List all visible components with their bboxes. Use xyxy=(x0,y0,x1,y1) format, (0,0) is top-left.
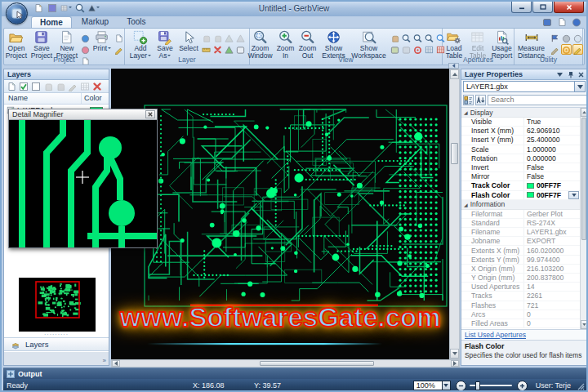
save-icon[interactable] xyxy=(47,3,58,14)
scroll-right-button[interactable] xyxy=(451,360,459,367)
vertical-scroll-thumb[interactable] xyxy=(451,143,458,164)
tab-tools[interactable]: Tools xyxy=(118,16,154,28)
properties-panel-header[interactable]: Layer Properties xyxy=(461,69,587,80)
print-preview-icon[interactable] xyxy=(114,33,124,43)
layers-panel-header[interactable]: Layers xyxy=(4,69,109,80)
movie-export-icon[interactable] xyxy=(541,16,553,27)
property-row-visible[interactable]: VisibleTrue xyxy=(461,118,580,127)
new-project-button[interactable]: New Project xyxy=(55,29,79,59)
search-objects-icon[interactable] xyxy=(561,33,572,43)
magnifier-title-bar[interactable]: Detail Magnifier xyxy=(9,109,157,120)
paint-layer-icon[interactable] xyxy=(201,44,212,55)
add-layer-button[interactable]: Add Layer xyxy=(128,29,153,59)
property-row-invert[interactable]: InvertFalse xyxy=(461,163,580,172)
grid-scrollbar[interactable] xyxy=(580,108,587,329)
layout-icon[interactable] xyxy=(401,44,412,55)
show-extents-button[interactable]: Show Extents xyxy=(319,29,349,59)
property-row-extents-y-mm[interactable]: Extents Y (mm)99.974400 xyxy=(461,256,580,265)
select-button[interactable]: Select xyxy=(177,29,200,52)
help-icon[interactable] xyxy=(571,16,582,27)
redraw-icon[interactable] xyxy=(390,44,400,55)
property-row-scale[interactable]: Scale1.000000 xyxy=(461,145,580,154)
close-button[interactable] xyxy=(554,2,584,13)
property-row-insert-y-mm[interactable]: Insert Y (mm)25.400000 xyxy=(461,136,580,145)
usage-report-button[interactable]: Usage Report xyxy=(490,29,514,59)
layer-selector-combo[interactable]: LAYER1.gbx xyxy=(463,81,586,92)
show-workspace-button[interactable]: Show Workspace xyxy=(350,29,389,59)
app-menu-button[interactable] xyxy=(6,2,28,24)
property-row-rotation[interactable]: Rotation0.000000 xyxy=(461,154,580,163)
zoom-all-icon[interactable] xyxy=(424,33,434,43)
color-swatch[interactable] xyxy=(527,183,534,189)
detail-magnifier-window[interactable]: Detail Magnifier xyxy=(8,109,158,248)
property-row-flashes[interactable]: Flashes721 xyxy=(461,301,580,310)
combo-arrow-icon[interactable] xyxy=(574,82,585,91)
panel-close-icon[interactable] xyxy=(577,70,586,78)
vertical-scrollbar[interactable] xyxy=(449,69,460,359)
zoom-slider-thumb[interactable] xyxy=(475,381,480,390)
save-project-button[interactable]: Save Project xyxy=(29,29,54,59)
list-used-apertures-link[interactable]: List Used Apertures xyxy=(465,331,526,339)
flash-color-dropdown-button[interactable] xyxy=(568,191,579,199)
rotate-layer-icon[interactable] xyxy=(224,33,234,43)
section-header-information[interactable]: ◢Information xyxy=(461,200,580,210)
merge-layers-icon[interactable] xyxy=(67,81,78,91)
property-row-flash-color[interactable]: Flash Color00FF7F xyxy=(461,191,580,200)
zoom-in-button[interactable]: Zoom In xyxy=(275,29,296,59)
move-layer-up-icon[interactable] xyxy=(42,81,54,91)
property-row-y-origin-mm[interactable]: Y Origin (mm)200.837800 xyxy=(461,274,580,283)
pan-icon[interactable] xyxy=(390,33,400,43)
property-row-jobname[interactable]: JobnameEXPORT xyxy=(461,237,580,246)
zoom-previous-icon[interactable] xyxy=(401,33,412,43)
zoom-selection-icon[interactable] xyxy=(412,33,423,43)
scroll-up-button[interactable] xyxy=(450,69,459,79)
copy-layer-icon[interactable] xyxy=(212,33,223,43)
mirror-layer-icon[interactable] xyxy=(224,44,234,55)
delete-layer-icon[interactable] xyxy=(212,44,223,55)
pcb-canvas[interactable]: www.SoftwaresGate.com xyxy=(111,69,449,359)
property-row-mirror[interactable]: MirrorFalse xyxy=(461,172,580,181)
scale-layer-icon[interactable] xyxy=(235,33,246,43)
property-row-track-color[interactable]: Track Color00FF7F xyxy=(461,181,580,190)
horizontal-scrollbar[interactable] xyxy=(111,359,460,368)
print-setup-icon[interactable] xyxy=(114,44,124,55)
customize-qat-icon[interactable] xyxy=(88,3,100,14)
open-icon[interactable] xyxy=(33,3,44,14)
load-table-button[interactable]: Load Table xyxy=(443,29,466,59)
move-layer-icon[interactable] xyxy=(201,33,212,43)
zoom-in-status-button[interactable] xyxy=(517,381,528,391)
markup-pen-icon[interactable] xyxy=(572,44,583,55)
snap-icon[interactable] xyxy=(412,44,423,55)
overview-thumbnail[interactable] xyxy=(19,278,96,332)
maximize-button[interactable] xyxy=(532,2,553,13)
categorized-view-button[interactable] xyxy=(463,95,474,105)
tab-markup[interactable]: Markup xyxy=(74,16,117,28)
property-row-arcs[interactable]: Arcs0 xyxy=(461,310,580,319)
property-row-extents-x-mm[interactable]: Extents X (mm)160.020000 xyxy=(461,246,580,255)
pin-icon[interactable] xyxy=(566,70,575,78)
snap-center-icon[interactable] xyxy=(561,44,572,55)
project-options-icon[interactable] xyxy=(80,44,91,55)
resize-grip[interactable] xyxy=(577,383,585,392)
quick-print-icon[interactable] xyxy=(60,3,72,14)
property-row-tracks[interactable]: Tracks2261 xyxy=(461,292,580,301)
alphabetical-view-button[interactable] xyxy=(475,95,486,105)
property-row-standard[interactable]: StandardRS-274X xyxy=(461,219,580,228)
add-layer-icon[interactable] xyxy=(6,81,17,91)
section-header-display[interactable]: ◢Display xyxy=(461,108,580,118)
crop-layer-icon[interactable] xyxy=(235,44,246,55)
scroll-down-button[interactable] xyxy=(450,349,459,359)
panel-menu-icon[interactable] xyxy=(555,70,564,78)
edit-layer-icon[interactable] xyxy=(79,81,91,91)
magnifier-close-button[interactable] xyxy=(145,110,155,118)
probe-icon[interactable] xyxy=(550,44,560,55)
property-row-filled-areas[interactable]: Filled Areas0 xyxy=(461,319,580,328)
edit-table-button[interactable]: Edit Table xyxy=(466,29,489,59)
overflow-chevron-icon[interactable]: » xyxy=(103,357,106,364)
zoom-window-button[interactable]: Zoom Window xyxy=(247,29,274,59)
zoom-level-combo[interactable]: 100% xyxy=(413,381,443,390)
save-as-button[interactable]: Save As xyxy=(154,29,176,59)
delete-layer-icon[interactable] xyxy=(91,81,103,91)
output-bar[interactable]: Output xyxy=(3,368,588,379)
measure-distance-button[interactable]: Measure Distance xyxy=(514,29,549,59)
